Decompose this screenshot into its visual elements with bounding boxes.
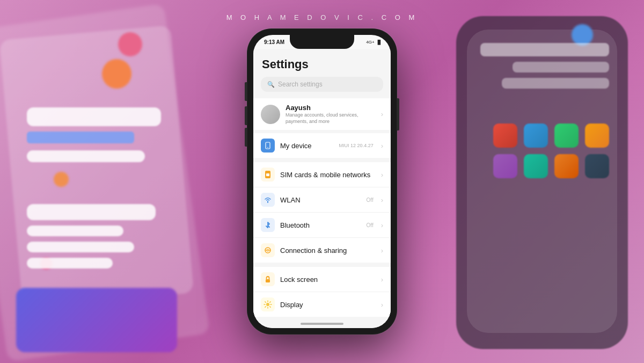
bg-right-bar-1 xyxy=(480,43,609,56)
display-item[interactable]: Display › xyxy=(253,292,391,317)
sim-chevron: › xyxy=(381,171,383,179)
lockscreen-item[interactable]: Lock screen › xyxy=(253,267,391,292)
bg-white-card-7 xyxy=(27,258,113,268)
bg-dot-orange xyxy=(54,172,69,187)
search-icon: 🔍 xyxy=(267,81,275,88)
account-chevron: › xyxy=(381,110,383,118)
sim-label: SIM cards & mobile networks xyxy=(280,171,376,179)
svg-line-12 xyxy=(265,302,266,302)
bluetooth-label: Bluetooth xyxy=(280,221,361,229)
wlan-item[interactable]: WLAN Off › xyxy=(253,187,391,213)
wlan-label: WLAN xyxy=(280,196,361,204)
bluetooth-chevron: › xyxy=(381,221,383,229)
svg-line-13 xyxy=(270,307,270,307)
bg-white-card-3 xyxy=(27,150,145,162)
account-row[interactable]: Aayush Manage accounts, cloud services, … xyxy=(253,98,391,130)
bg-white-card-1 xyxy=(27,107,161,126)
svg-point-7 xyxy=(266,303,269,306)
app-icon-2 xyxy=(524,124,548,148)
bluetooth-item[interactable]: Bluetooth Off › xyxy=(253,213,391,238)
bg-right-bar-3 xyxy=(502,78,609,89)
site-label: M O H A M E D O V I C . C O M xyxy=(226,13,418,21)
search-placeholder: Search settings xyxy=(278,81,323,88)
display-label: Display xyxy=(280,301,376,309)
bg-white-card-4 xyxy=(27,204,156,220)
wlan-status: Off xyxy=(367,197,374,203)
sim-icon xyxy=(261,168,275,182)
status-icons: 4G+ ▐▌ xyxy=(366,40,382,45)
app-icon-7 xyxy=(554,154,579,178)
app-icon-6 xyxy=(524,154,548,178)
wlan-icon xyxy=(261,193,275,207)
settings-group-device: Lock screen › xyxy=(253,267,391,317)
device-icon xyxy=(261,139,275,153)
device-chevron: › xyxy=(381,142,383,150)
account-subtitle: Manage accounts, cloud services, payment… xyxy=(286,112,376,125)
display-chevron: › xyxy=(381,301,383,309)
settings-group-connectivity: SIM cards & mobile networks › WLAN xyxy=(253,162,391,263)
notch xyxy=(290,35,354,49)
avatar xyxy=(261,105,280,124)
avatar-image xyxy=(261,105,280,124)
app-icon-1 xyxy=(493,124,517,148)
phone-screen: 9:13 AM 4G+ ▐▌ Settings 🔍 Search setting… xyxy=(253,35,391,328)
account-info: Aayush Manage accounts, cloud services, … xyxy=(286,104,376,125)
connection-chevron: › xyxy=(381,246,383,255)
bg-right-bar-2 xyxy=(513,62,609,72)
settings-title: Settings xyxy=(253,49,391,77)
bg-circle-pink xyxy=(118,32,142,56)
network-icon: 4G+ xyxy=(366,40,374,45)
app-icon-grid xyxy=(493,124,609,178)
wlan-chevron: › xyxy=(381,196,383,204)
device-version: MIUI 12 20.4.27 xyxy=(339,143,374,148)
connection-label: Connection & sharing xyxy=(280,246,376,255)
status-time: 9:13 AM xyxy=(264,39,284,45)
screen-content: Settings 🔍 Search settings Aayush Manage… xyxy=(253,49,391,328)
device-label: My device xyxy=(280,142,334,150)
battery-icon: ▐▌ xyxy=(376,40,382,45)
main-phone: 9:13 AM 4G+ ▐▌ Settings 🔍 Search setting… xyxy=(247,28,397,335)
lockscreen-chevron: › xyxy=(381,275,383,284)
app-icon-3 xyxy=(554,124,579,148)
svg-point-1 xyxy=(267,147,268,148)
app-icon-4 xyxy=(585,124,609,148)
lockscreen-icon xyxy=(261,272,275,286)
svg-rect-3 xyxy=(266,173,269,176)
bg-circle-orange xyxy=(102,59,131,89)
search-bar[interactable]: 🔍 Search settings xyxy=(261,77,383,92)
my-device-row[interactable]: My device MIUI 12 20.4.27 › xyxy=(253,133,391,158)
bg-white-card-6 xyxy=(27,242,134,252)
connection-icon xyxy=(261,243,275,257)
sim-cards-item[interactable]: SIM cards & mobile networks › xyxy=(253,162,391,187)
bg-blue-bar xyxy=(27,132,134,143)
bg-phone-right-screen xyxy=(467,30,617,333)
bluetooth-icon xyxy=(261,218,275,232)
lockscreen-label: Lock screen xyxy=(280,275,376,284)
account-name: Aayush xyxy=(286,104,376,112)
home-bar xyxy=(301,323,343,325)
svg-line-14 xyxy=(270,302,270,302)
svg-line-15 xyxy=(265,307,266,307)
svg-rect-6 xyxy=(266,279,270,282)
bluetooth-status: Off xyxy=(367,222,374,228)
bg-circle-blue-right xyxy=(572,24,593,46)
phone-body: 9:13 AM 4G+ ▐▌ Settings 🔍 Search setting… xyxy=(247,28,397,335)
connection-item[interactable]: Connection & sharing › xyxy=(253,238,391,263)
display-icon xyxy=(261,297,275,311)
app-icon-5 xyxy=(493,154,517,178)
bg-gradient-card xyxy=(16,288,177,352)
app-icon-8 xyxy=(585,154,609,178)
bg-white-card-5 xyxy=(27,226,123,236)
